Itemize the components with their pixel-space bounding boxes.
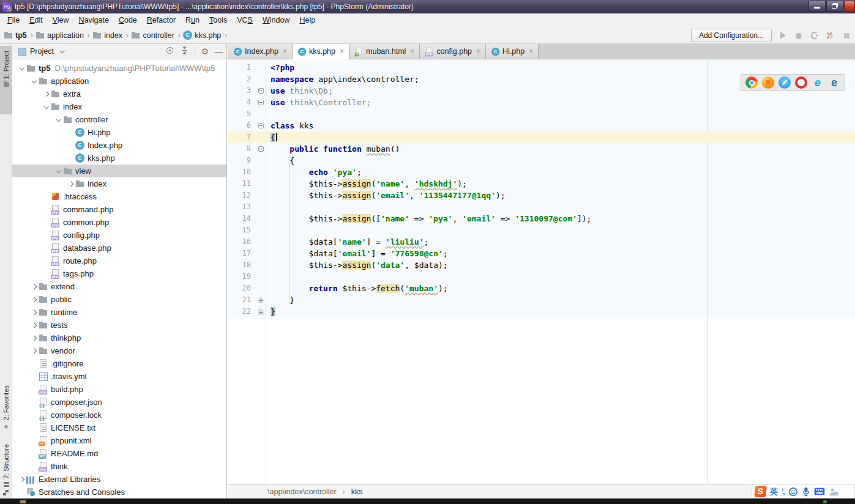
code-line-4[interactable]: 4use think\Controller; xyxy=(228,97,855,108)
code-line-9[interactable]: 9 { xyxy=(228,155,855,166)
collapse-region-icon[interactable] xyxy=(258,100,264,105)
chevron-down-icon[interactable] xyxy=(42,106,51,108)
line-number[interactable]: 22 xyxy=(228,306,256,317)
opera-browser-icon[interactable] xyxy=(795,76,807,89)
tree-item-External-Libraries[interactable]: External Libraries xyxy=(12,473,226,486)
fold-marker-icon[interactable] xyxy=(256,97,266,108)
chevron-right-icon[interactable] xyxy=(29,324,39,327)
settings-gear-icon[interactable]: ⚙ xyxy=(201,46,209,56)
tree-item-tp5[interactable]: tp5D:\phpstudyanzhuang\PHPTutorial\WWW\t… xyxy=(12,62,226,75)
chevron-down-icon[interactable] xyxy=(54,170,63,172)
code-line-20[interactable]: 20 return $this->fetch('muban'); xyxy=(228,283,855,294)
code-line-14[interactable]: 14 $this->assign(['name' => 'pya', 'emai… xyxy=(228,213,855,224)
locate-icon[interactable] xyxy=(165,46,174,57)
tab-config.php[interactable]: phpconfig.php× xyxy=(420,44,486,59)
menu-window[interactable]: Window xyxy=(258,15,294,26)
collapse-region-icon[interactable] xyxy=(258,123,264,128)
tree-item-composer-lock[interactable]: {;}composer.lock xyxy=(12,409,226,421)
code-line-11[interactable]: 11 $this->assign('name', 'hdskhdj'); xyxy=(228,178,855,190)
tree-item-vendor[interactable]: vendor xyxy=(12,344,226,357)
tab-close-icon[interactable]: × xyxy=(340,47,344,56)
tree-item-think[interactable]: phpthink xyxy=(12,460,226,473)
line-number[interactable]: 19 xyxy=(228,271,256,283)
project-panel-title[interactable]: Project xyxy=(30,47,54,56)
tab-close-icon[interactable]: × xyxy=(283,47,287,56)
tree-item-database-php[interactable]: phpdatabase.php xyxy=(12,242,226,254)
line-number[interactable]: 6 xyxy=(228,120,256,132)
code-line-10[interactable]: 10 echo 'pya'; xyxy=(228,166,855,178)
line-number[interactable]: 1 xyxy=(228,62,256,73)
line-number[interactable]: 2 xyxy=(228,73,256,85)
tree-item-tests[interactable]: tests xyxy=(12,319,226,332)
tree-item-route-php[interactable]: phproute.php xyxy=(12,254,226,267)
line-number[interactable]: 7 xyxy=(228,132,256,143)
code-line-6[interactable]: 6class kks xyxy=(228,120,855,132)
run-with-coverage-icon[interactable] xyxy=(810,31,820,40)
language-toggle-icon[interactable]: 英 xyxy=(770,486,778,497)
tree-item-runtime[interactable]: runtime xyxy=(12,306,226,319)
fold-marker-icon[interactable] xyxy=(256,120,266,132)
line-number[interactable]: 12 xyxy=(228,190,256,201)
chevron-down-icon[interactable] xyxy=(17,67,26,70)
line-number[interactable]: 5 xyxy=(228,108,256,120)
menu-help[interactable]: Help xyxy=(294,15,320,26)
line-number[interactable]: 9 xyxy=(228,155,256,166)
tree-item-public[interactable]: public xyxy=(12,293,226,306)
menu-edit[interactable]: Edit xyxy=(24,15,48,26)
code-line-16[interactable]: 16 $data['name'] = 'liuliu'; xyxy=(228,236,855,248)
tree-item-common-php[interactable]: phpcommon.php xyxy=(12,216,226,229)
code-line-15[interactable]: 15 xyxy=(228,224,855,236)
tab-Index.php[interactable]: CIndex.php× xyxy=(228,44,293,59)
menu-navigate[interactable]: Navigate xyxy=(74,15,114,26)
breadcrumb-index[interactable]: index xyxy=(92,31,124,40)
tree-item-composer-json[interactable]: {;}composer.json xyxy=(12,396,226,409)
line-number[interactable]: 17 xyxy=(228,248,256,259)
tree-item-command-php[interactable]: phpcommand.php xyxy=(12,203,226,216)
line-number[interactable]: 10 xyxy=(228,166,256,178)
tree-item-phpunit-xml[interactable]: <>phpunit.xml xyxy=(12,434,226,447)
code-line-12[interactable]: 12 $this->assign('email', '1135447177@1q… xyxy=(228,190,855,201)
tree-item-controller[interactable]: controller xyxy=(12,113,226,126)
tree-item-config-php[interactable]: phpconfig.php xyxy=(12,229,226,242)
fold-marker-icon[interactable] xyxy=(256,294,266,306)
code-line-8[interactable]: 8 public function muban() xyxy=(228,143,855,155)
tab-close-icon[interactable]: × xyxy=(529,47,533,56)
code-line-7[interactable]: 7{ xyxy=(228,132,855,143)
chevron-down-icon[interactable] xyxy=(29,80,39,83)
soft-keyboard-icon[interactable] xyxy=(814,487,825,495)
tree-item-README-md[interactable]: MDREADME.md xyxy=(12,447,226,460)
tree-item-Index-php[interactable]: CIndex.php xyxy=(12,139,226,152)
tree-item--travis-yml[interactable]: .travis.yml xyxy=(12,370,226,383)
line-number[interactable]: 11 xyxy=(228,178,256,190)
line-number[interactable]: 15 xyxy=(228,224,256,236)
ie-browser-icon[interactable]: e xyxy=(812,76,824,89)
add-configuration-button[interactable]: Add Configuration... xyxy=(691,29,772,42)
chevron-right-icon[interactable] xyxy=(17,478,26,481)
run-icon[interactable] xyxy=(778,31,788,40)
tree-item-application[interactable]: application xyxy=(12,75,226,87)
line-number[interactable]: 13 xyxy=(228,201,256,213)
tree-item-thinkphp[interactable]: thinkphp xyxy=(12,332,226,344)
tool-tab-favorites[interactable]: 2: Favorites ★ xyxy=(0,385,12,432)
chevron-right-icon[interactable] xyxy=(29,349,39,353)
hide-panel-icon[interactable]: — xyxy=(214,46,223,56)
tree-item-extend[interactable]: extend xyxy=(12,280,226,293)
chrome-browser-icon[interactable] xyxy=(745,76,758,89)
fold-marker-icon[interactable] xyxy=(256,143,266,155)
microphone-icon[interactable] xyxy=(802,487,810,497)
menu-tools[interactable]: Tools xyxy=(204,15,232,26)
code-line-1[interactable]: 1<?php xyxy=(228,62,855,73)
debug-icon[interactable] xyxy=(794,31,804,40)
tree-item--htaccess[interactable]: .htaccess xyxy=(12,190,226,203)
attach-debugger-icon[interactable] xyxy=(826,31,835,40)
code-line-21[interactable]: 21 } xyxy=(228,294,855,306)
minimize-button[interactable] xyxy=(808,1,826,12)
menu-file[interactable]: File xyxy=(2,15,24,26)
code-editor[interactable]: 1<?php2namespace app\index\controller;3u… xyxy=(228,59,855,484)
tool-tab-project[interactable]: 1: Project xyxy=(0,46,12,114)
namespace-breadcrumb[interactable]: \app\index\controller xyxy=(267,487,337,496)
tree-item-Hi-php[interactable]: CHi.php xyxy=(12,126,226,139)
code-line-18[interactable]: 18 $this->assign('data', $data); xyxy=(228,259,855,271)
tree-item-LICENSE-txt[interactable]: LICENSE.txt xyxy=(12,421,226,434)
emoji-icon[interactable] xyxy=(788,487,798,497)
